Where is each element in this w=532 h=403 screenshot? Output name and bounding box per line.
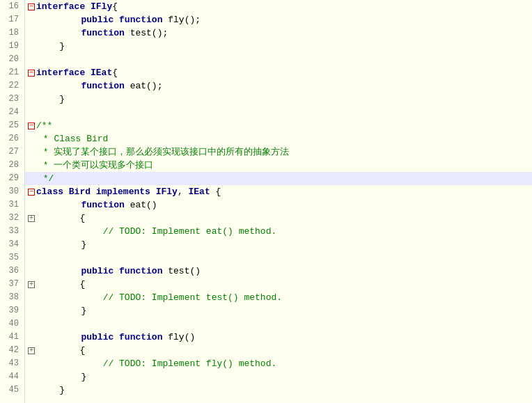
line-code: } [38,40,65,53]
line-number: 29 [3,172,19,185]
line-number: 22 [3,79,19,93]
token: test() [168,266,201,276]
line-code: */ [38,172,54,185]
token: function [81,28,130,38]
fold-expand-icon[interactable]: + [28,278,36,291]
line-number: 20 [3,53,19,66]
code-line: function eat(); [25,79,532,93]
fold-collapse-icon[interactable]: − [28,0,36,13]
line-code: { [36,344,85,357]
token: eat(); [130,81,163,91]
line-number: 35 [3,251,19,264]
line-code: } [38,93,65,106]
line-number: 27 [3,145,19,159]
code-line [25,251,532,264]
code-line: + { [25,344,532,357]
token: IFly [91,1,112,12]
token: function [119,15,168,25]
code-line: public function fly() [25,331,532,344]
fold-expand-icon[interactable]: + [28,344,36,357]
line-number: 19 [3,40,19,53]
line-number: 31 [3,198,19,212]
token: eat() [130,200,157,210]
line-number: 36 [3,264,19,278]
code-line: // TODO: Implement fly() method. [25,357,532,370]
line-number: 39 [3,304,19,317]
code-line: } [25,93,532,106]
fold-collapse-icon[interactable]: − [28,66,36,79]
token: { [79,213,85,223]
token: { [79,279,85,290]
token: function [119,266,168,276]
code-line: −/** [25,119,532,132]
token: { [210,187,221,197]
line-number: 30 [3,185,19,198]
line-number: 21 [3,66,19,79]
code-content: −interface IFly{ public function fly(); … [25,0,532,403]
line-code: // TODO: Implement test() method. [38,291,282,304]
line-number: 33 [3,225,19,238]
fold-collapse-icon[interactable]: − [28,119,36,132]
token: } [81,306,86,316]
token: } [59,94,65,104]
token: function [81,81,130,91]
line-number: 42 [3,344,19,357]
line-number: 43 [3,357,19,370]
line-code: { [36,278,85,291]
line-number: 41 [3,331,19,344]
line-number: 37 [3,278,19,291]
code-line [25,106,532,119]
code-line: −interface IFly{ [25,0,532,13]
code-line [25,317,532,331]
token: implements [96,187,156,197]
line-code: class Bird implements IFly, IEat { [36,185,221,198]
line-code: public function fly() [38,331,195,344]
token: * Class Bird [38,134,108,144]
code-line [25,53,532,66]
line-code: // TODO: Implement eat() method. [38,225,276,238]
code-line: function test(); [25,26,532,40]
token: IEat [91,68,112,78]
code-line: } [25,304,532,317]
token: // TODO: Implement eat() method. [103,226,277,237]
code-line: } [25,238,532,251]
token: fly(); [168,15,201,25]
token: interface [36,1,91,12]
line-code: interface IFly{ [36,0,118,13]
token: // TODO: Implement fly() method. [103,358,277,369]
fold-collapse-icon[interactable]: − [28,185,36,198]
token: function [119,332,168,342]
line-code: * 一个类可以实现多个接口 [38,159,153,172]
line-number: 40 [3,317,19,331]
line-number: 32 [3,212,19,225]
code-line: * 一个类可以实现多个接口 [25,159,532,172]
line-code: function eat(); [38,79,162,93]
line-number: 25 [3,119,19,132]
token: class [36,187,69,197]
code-line: public function fly(); [25,13,532,26]
token: */ [38,173,54,184]
token: function [81,200,130,210]
fold-expand-icon[interactable]: + [28,212,36,225]
code-line: + { [25,278,532,291]
line-code: // TODO: Implement fly() method. [38,357,276,370]
code-editor: 1617181920212223242526272829303132333435… [0,0,532,403]
line-code: interface IEat{ [36,66,118,79]
line-code: * 实现了某个接口，那么必须实现该接口中的所有的抽象方法 [38,145,289,159]
line-code: * Class Bird [38,132,108,145]
token: public [81,15,119,25]
token: * 一个类可以实现多个接口 [38,160,153,171]
line-number: 18 [3,26,19,40]
code-line: } [25,370,532,384]
code-line: public function test() [25,264,532,278]
line-number: 23 [3,93,19,106]
code-line: } [25,40,532,53]
token: * 实现了某个接口，那么必须实现该接口中的所有的抽象方法 [38,147,289,157]
token: { [112,68,118,78]
line-code: public function test() [38,264,201,278]
code-line: function eat() [25,198,532,212]
line-code: } [38,384,65,397]
token: Bird [69,187,96,197]
code-line: −class Bird implements IFly, IEat { [25,185,532,198]
token: , [178,187,189,197]
